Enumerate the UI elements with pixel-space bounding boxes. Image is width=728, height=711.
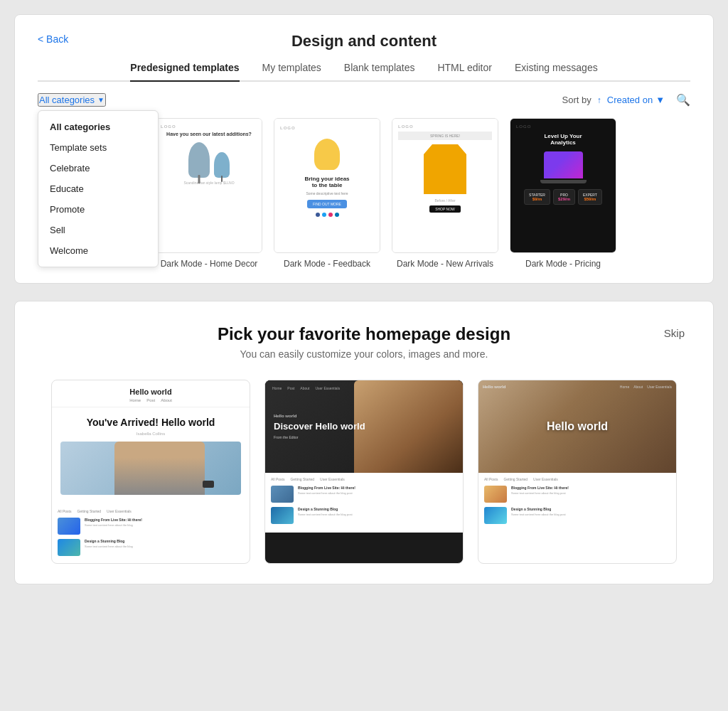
category-chevron-icon: ▼ — [97, 96, 105, 104]
back-button[interactable]: < Back — [38, 33, 68, 45]
template-thumb-pricing: LOGO Level Up YourAnalytics STARTER $9/m… — [510, 118, 616, 253]
homepage-design-panel: Pick your favorite homepage design Skip … — [14, 301, 714, 584]
template-card-homedecor[interactable]: LOGO Have you seen our latest additions?… — [156, 118, 262, 269]
d2-posts: All Posts Getting Started User Essential… — [265, 473, 463, 533]
d2-nav-essentials: User Essentials — [315, 386, 340, 390]
sort-chevron-icon: ▼ — [655, 95, 665, 105]
d1-nav-home: Home — [129, 398, 141, 402]
filter-row: All categories ▼ All categories Template… — [38, 93, 690, 107]
template-card-feedback[interactable]: LOGO Bring your ideasto the table Some d… — [274, 118, 380, 269]
dropdown-item-welcome[interactable]: Welcome — [38, 240, 158, 261]
d3-post-body-2: Some text content here about the blog po… — [511, 513, 670, 517]
d1-nav-post: Post — [146, 398, 155, 402]
tab-existing[interactable]: Existing messages — [515, 62, 598, 82]
tab-blank[interactable]: Blank templates — [344, 62, 415, 82]
panel2-header: Pick your favorite homepage design Skip — [43, 324, 685, 344]
sort-value-label: Created on — [607, 95, 653, 105]
d1-post-title-1: Blogging From Live Site: Hi there! — [85, 518, 244, 522]
panel1-header: < Back Design and content — [38, 32, 690, 50]
d1-post-2: Design a Stunning Blog Some text content… — [58, 539, 244, 556]
sort-direction-icon: ↑ — [597, 95, 601, 105]
d3-post-thumb-2 — [484, 507, 507, 524]
d2-post-thumb-2 — [271, 507, 294, 524]
dropdown-item-promote[interactable]: Promote — [38, 199, 158, 220]
d3-post-2: Design a Stunning Blog Some text content… — [484, 507, 670, 524]
d1-hero-image — [60, 442, 241, 495]
d3-hero-title: Hello world — [547, 420, 608, 433]
template-label-pricing: Dark Mode - Pricing — [510, 259, 616, 269]
panel2-title: Pick your favorite homepage design — [43, 324, 685, 344]
d2-post-title-1: Blogging From Live Site: Hi there! — [298, 486, 457, 490]
d1-post-body-2: Some text content here about the blog — [85, 545, 244, 549]
dropdown-item-celebrate[interactable]: Celebrate — [38, 158, 158, 178]
d2-nav-home: Home — [272, 386, 282, 390]
d2-filter-row: All Posts Getting Started User Essential… — [271, 477, 457, 481]
d1-hero-title: You've Arrived! Hello world — [60, 416, 241, 429]
d2-hero-title: Discover Hello world — [274, 421, 365, 432]
d2-hero-overlay: Hello world Discover Hello world From th… — [274, 414, 365, 439]
d2-post-body-1: Some text content here about the blog po… — [298, 491, 457, 496]
dropdown-item-sell[interactable]: Sell — [38, 220, 158, 240]
template-label-homedecor: Dark Mode - Home Decor — [156, 259, 262, 269]
design-card-3[interactable]: Hello world Home About User Essentials H… — [478, 380, 677, 564]
d3-hero-overlay: Hello world — [478, 380, 676, 473]
d2-nav-about: About — [300, 386, 309, 390]
template-label-newarrivals: Dark Mode - New Arrivals — [392, 259, 498, 269]
d2-post-2: Design a Stunning Blog Some text content… — [271, 507, 457, 524]
category-filter-button[interactable]: All categories ▼ — [38, 93, 106, 107]
design-card-2[interactable]: Home Post About User Essentials Hello wo… — [264, 380, 464, 564]
d1-nav: Home Post About — [58, 398, 244, 402]
dropdown-item-all[interactable]: All categories — [38, 117, 158, 137]
d1-post-thumb-2 — [58, 539, 80, 556]
dropdown-item-template-sets[interactable]: Template sets — [38, 137, 158, 158]
d3-post-body-1: Some text content here about the blog po… — [511, 491, 670, 496]
d3-filter-row: All Posts Getting Started User Essential… — [484, 477, 670, 481]
tab-predesigned[interactable]: Predesigned templates — [130, 62, 239, 82]
designs-grid: Hello world Home Post About You've Arriv… — [43, 380, 685, 564]
panel1-title: Design and content — [38, 32, 690, 50]
template-card-pricing[interactable]: LOGO Level Up YourAnalytics STARTER $9/m… — [510, 118, 616, 269]
d1-nav-about: About — [161, 398, 172, 402]
d2-nav: Home Post About User Essentials — [265, 386, 463, 390]
d1-post-thumb-1 — [58, 518, 80, 535]
d2-post-thumb-1 — [271, 486, 294, 503]
tabs-row: Predesigned templates My templates Blank… — [38, 62, 690, 82]
template-card-newarrivals[interactable]: LOGO SPRING IS HERE! Before / After SHOP… — [392, 118, 498, 269]
d3-posts: All Posts Getting Started User Essential… — [478, 473, 676, 533]
d2-hero: Home Post About User Essentials Hello wo… — [265, 380, 463, 473]
template-thumb-feedback: LOGO Bring your ideasto the table Some d… — [274, 118, 380, 253]
d2-site-title: Hello world — [274, 414, 365, 418]
d1-hero: You've Arrived! Hello world Isabella Col… — [52, 407, 250, 506]
dropdown-item-educate[interactable]: Educate — [38, 178, 158, 199]
d2-nav-post: Post — [287, 386, 294, 390]
d1-hero-sub: Isabella Collins — [60, 432, 241, 436]
d3-hero: Hello world Home About User Essentials H… — [478, 380, 676, 473]
sort-row: Sort by ↑ Created on ▼ 🔍 — [562, 93, 690, 107]
category-filter-label: All categories — [39, 95, 95, 105]
panel2-subtitle: You can easily customize your colors, im… — [43, 348, 685, 360]
d1-header: Hello world Home Post About — [52, 380, 250, 407]
category-dropdown-menu: All categories Template sets Celebrate E… — [38, 110, 159, 267]
template-thumb-homedecor: LOGO Have you seen our latest additions?… — [156, 118, 262, 253]
template-thumb-newarrivals: LOGO SPRING IS HERE! Before / After SHOP… — [392, 118, 498, 253]
d1-site-title: Hello world — [58, 387, 244, 396]
d2-post-body-2: Some text content here about the blog po… — [298, 513, 457, 517]
search-button[interactable]: 🔍 — [676, 93, 690, 107]
skip-button[interactable]: Skip — [664, 327, 685, 339]
d3-post-thumb-1 — [484, 486, 507, 503]
d2-hero-sub: From the Editor — [274, 435, 365, 439]
d1-posts: All Posts Getting Started User Essential… — [52, 506, 250, 563]
d1-post-title-2: Design a Stunning Blog — [85, 539, 244, 543]
tab-html-editor[interactable]: HTML editor — [437, 62, 492, 82]
d2-post-title-2: Design a Stunning Blog — [298, 507, 457, 511]
d3-post-title-2: Design a Stunning Blog — [511, 507, 670, 511]
d2-post-1: Blogging From Live Site: Hi there! Some … — [271, 486, 457, 503]
tab-my-templates[interactable]: My templates — [262, 62, 321, 82]
template-label-feedback: Dark Mode - Feedback — [274, 259, 380, 269]
design-content-panel: < Back Design and content Predesigned te… — [14, 14, 714, 284]
sort-label: Sort by — [562, 95, 592, 105]
d3-post-1: Blogging From Live Site: Hi there! Some … — [484, 486, 670, 503]
d1-post-body-1: Some text content here about the blog — [85, 523, 244, 528]
design-card-1[interactable]: Hello world Home Post About You've Arriv… — [51, 380, 250, 564]
sort-value-button[interactable]: Created on ▼ — [607, 95, 665, 105]
